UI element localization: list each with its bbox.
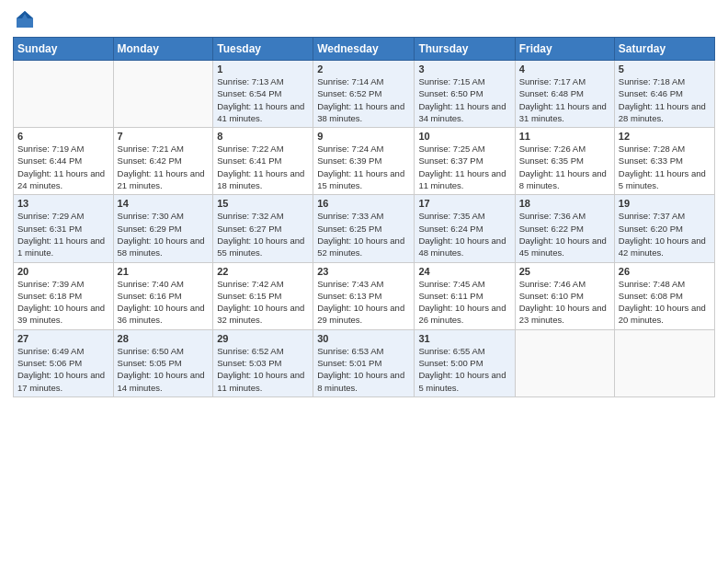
day-cell: 22Sunrise: 7:42 AMSunset: 6:15 PMDayligh… bbox=[213, 262, 313, 329]
day-info: Sunrise: 7:13 AMSunset: 6:54 PMDaylight:… bbox=[217, 75, 309, 124]
day-cell: 30Sunrise: 6:53 AMSunset: 5:01 PMDayligh… bbox=[313, 329, 415, 396]
day-cell: 18Sunrise: 7:36 AMSunset: 6:22 PMDayligh… bbox=[515, 195, 614, 262]
day-info: Sunrise: 6:52 AMSunset: 5:03 PMDaylight:… bbox=[217, 345, 309, 394]
weekday-monday: Monday bbox=[113, 38, 213, 61]
day-number: 19 bbox=[619, 198, 711, 209]
day-info: Sunrise: 6:55 AMSunset: 5:00 PMDaylight:… bbox=[418, 345, 510, 394]
day-number: 23 bbox=[317, 266, 410, 277]
day-number: 5 bbox=[619, 63, 711, 75]
day-cell: 3Sunrise: 7:15 AMSunset: 6:50 PMDaylight… bbox=[415, 61, 515, 128]
day-info: Sunrise: 7:29 AMSunset: 6:31 PMDaylight:… bbox=[17, 210, 109, 259]
day-info: Sunrise: 7:18 AMSunset: 6:46 PMDaylight:… bbox=[619, 75, 711, 124]
day-info: Sunrise: 6:53 AMSunset: 5:01 PMDaylight:… bbox=[317, 345, 410, 394]
header bbox=[13, 9, 715, 29]
day-info: Sunrise: 7:25 AMSunset: 6:37 PMDaylight:… bbox=[418, 143, 510, 191]
day-number: 25 bbox=[519, 266, 610, 277]
day-cell: 24Sunrise: 7:45 AMSunset: 6:11 PMDayligh… bbox=[415, 262, 515, 329]
day-info: Sunrise: 7:30 AMSunset: 6:29 PMDaylight:… bbox=[118, 210, 210, 259]
day-cell: 9Sunrise: 7:24 AMSunset: 6:39 PMDaylight… bbox=[313, 128, 415, 195]
day-cell: 8Sunrise: 7:22 AMSunset: 6:41 PMDaylight… bbox=[213, 128, 313, 195]
day-cell: 29Sunrise: 6:52 AMSunset: 5:03 PMDayligh… bbox=[213, 329, 313, 396]
day-cell: 23Sunrise: 7:43 AMSunset: 6:13 PMDayligh… bbox=[313, 262, 415, 329]
day-number: 20 bbox=[17, 266, 109, 277]
day-cell: 17Sunrise: 7:35 AMSunset: 6:24 PMDayligh… bbox=[415, 195, 515, 262]
day-cell: 12Sunrise: 7:28 AMSunset: 6:33 PMDayligh… bbox=[614, 128, 714, 195]
day-number: 2 bbox=[317, 63, 410, 75]
page: SundayMondayTuesdayWednesdayThursdayFrid… bbox=[0, 0, 728, 563]
day-cell: 1Sunrise: 7:13 AMSunset: 6:54 PMDaylight… bbox=[213, 61, 313, 128]
day-cell: 20Sunrise: 7:39 AMSunset: 6:18 PMDayligh… bbox=[14, 262, 114, 329]
logo bbox=[13, 9, 35, 29]
day-info: Sunrise: 7:36 AMSunset: 6:22 PMDaylight:… bbox=[519, 210, 610, 259]
day-cell: 5Sunrise: 7:18 AMSunset: 6:46 PMDaylight… bbox=[614, 61, 714, 128]
day-number: 4 bbox=[519, 63, 610, 75]
day-cell bbox=[614, 329, 714, 396]
day-cell: 10Sunrise: 7:25 AMSunset: 6:37 PMDayligh… bbox=[415, 128, 515, 195]
day-number: 12 bbox=[619, 131, 711, 142]
day-info: Sunrise: 7:17 AMSunset: 6:48 PMDaylight:… bbox=[519, 75, 610, 124]
day-number: 30 bbox=[317, 333, 410, 344]
day-info: Sunrise: 7:19 AMSunset: 6:44 PMDaylight:… bbox=[17, 143, 109, 191]
day-cell bbox=[14, 61, 114, 128]
day-info: Sunrise: 7:22 AMSunset: 6:41 PMDaylight:… bbox=[217, 143, 309, 191]
day-cell: 31Sunrise: 6:55 AMSunset: 5:00 PMDayligh… bbox=[415, 329, 515, 396]
day-cell: 28Sunrise: 6:50 AMSunset: 5:05 PMDayligh… bbox=[113, 329, 213, 396]
day-cell: 16Sunrise: 7:33 AMSunset: 6:25 PMDayligh… bbox=[313, 195, 415, 262]
day-number: 16 bbox=[317, 198, 410, 209]
week-row-2: 6Sunrise: 7:19 AMSunset: 6:44 PMDaylight… bbox=[14, 128, 715, 195]
day-info: Sunrise: 7:26 AMSunset: 6:35 PMDaylight:… bbox=[519, 143, 610, 191]
day-number: 8 bbox=[217, 131, 309, 142]
day-cell: 14Sunrise: 7:30 AMSunset: 6:29 PMDayligh… bbox=[113, 195, 213, 262]
day-info: Sunrise: 7:48 AMSunset: 6:08 PMDaylight:… bbox=[619, 278, 711, 327]
weekday-tuesday: Tuesday bbox=[213, 38, 313, 61]
day-info: Sunrise: 7:14 AMSunset: 6:52 PMDaylight:… bbox=[317, 75, 410, 124]
day-number: 15 bbox=[217, 198, 309, 209]
day-number: 14 bbox=[118, 198, 210, 209]
week-row-4: 20Sunrise: 7:39 AMSunset: 6:18 PMDayligh… bbox=[14, 262, 715, 329]
day-cell: 11Sunrise: 7:26 AMSunset: 6:35 PMDayligh… bbox=[515, 128, 614, 195]
day-number: 6 bbox=[17, 131, 109, 142]
day-cell: 27Sunrise: 6:49 AMSunset: 5:06 PMDayligh… bbox=[14, 329, 114, 396]
day-number: 24 bbox=[418, 266, 510, 277]
day-info: Sunrise: 7:32 AMSunset: 6:27 PMDaylight:… bbox=[217, 210, 309, 259]
day-info: Sunrise: 7:40 AMSunset: 6:16 PMDaylight:… bbox=[118, 278, 210, 327]
day-info: Sunrise: 7:39 AMSunset: 6:18 PMDaylight:… bbox=[17, 278, 109, 327]
day-info: Sunrise: 7:35 AMSunset: 6:24 PMDaylight:… bbox=[418, 210, 510, 259]
weekday-sunday: Sunday bbox=[14, 38, 114, 61]
day-info: Sunrise: 6:49 AMSunset: 5:06 PMDaylight:… bbox=[17, 345, 109, 394]
week-row-3: 13Sunrise: 7:29 AMSunset: 6:31 PMDayligh… bbox=[14, 195, 715, 262]
weekday-wednesday: Wednesday bbox=[313, 38, 415, 61]
weekday-saturday: Saturday bbox=[614, 38, 714, 61]
weekday-friday: Friday bbox=[515, 38, 614, 61]
day-cell: 13Sunrise: 7:29 AMSunset: 6:31 PMDayligh… bbox=[14, 195, 114, 262]
day-cell: 21Sunrise: 7:40 AMSunset: 6:16 PMDayligh… bbox=[113, 262, 213, 329]
day-cell: 2Sunrise: 7:14 AMSunset: 6:52 PMDaylight… bbox=[313, 61, 415, 128]
day-info: Sunrise: 7:21 AMSunset: 6:42 PMDaylight:… bbox=[118, 143, 210, 191]
day-number: 27 bbox=[17, 333, 109, 344]
day-number: 11 bbox=[519, 131, 610, 142]
day-info: Sunrise: 7:43 AMSunset: 6:13 PMDaylight:… bbox=[317, 278, 410, 327]
day-info: Sunrise: 7:28 AMSunset: 6:33 PMDaylight:… bbox=[619, 143, 711, 191]
week-row-5: 27Sunrise: 6:49 AMSunset: 5:06 PMDayligh… bbox=[14, 329, 715, 396]
day-info: Sunrise: 6:50 AMSunset: 5:05 PMDaylight:… bbox=[118, 345, 210, 394]
day-info: Sunrise: 7:24 AMSunset: 6:39 PMDaylight:… bbox=[317, 143, 410, 191]
day-number: 7 bbox=[118, 131, 210, 142]
weekday-thursday: Thursday bbox=[415, 38, 515, 61]
day-cell: 7Sunrise: 7:21 AMSunset: 6:42 PMDaylight… bbox=[113, 128, 213, 195]
day-number: 13 bbox=[17, 198, 109, 209]
day-info: Sunrise: 7:15 AMSunset: 6:50 PMDaylight:… bbox=[418, 75, 510, 124]
logo-icon bbox=[15, 9, 35, 29]
day-number: 28 bbox=[118, 333, 210, 344]
day-cell: 4Sunrise: 7:17 AMSunset: 6:48 PMDaylight… bbox=[515, 61, 614, 128]
logo-general-text bbox=[13, 9, 35, 29]
day-info: Sunrise: 7:45 AMSunset: 6:11 PMDaylight:… bbox=[418, 278, 510, 327]
day-number: 26 bbox=[619, 266, 711, 277]
day-number: 10 bbox=[418, 131, 510, 142]
day-cell: 26Sunrise: 7:48 AMSunset: 6:08 PMDayligh… bbox=[614, 262, 714, 329]
day-info: Sunrise: 7:46 AMSunset: 6:10 PMDaylight:… bbox=[519, 278, 610, 327]
day-cell: 25Sunrise: 7:46 AMSunset: 6:10 PMDayligh… bbox=[515, 262, 614, 329]
weekday-header-row: SundayMondayTuesdayWednesdayThursdayFrid… bbox=[14, 38, 715, 61]
day-info: Sunrise: 7:37 AMSunset: 6:20 PMDaylight:… bbox=[619, 210, 711, 259]
day-cell: 15Sunrise: 7:32 AMSunset: 6:27 PMDayligh… bbox=[213, 195, 313, 262]
day-number: 1 bbox=[217, 63, 309, 75]
